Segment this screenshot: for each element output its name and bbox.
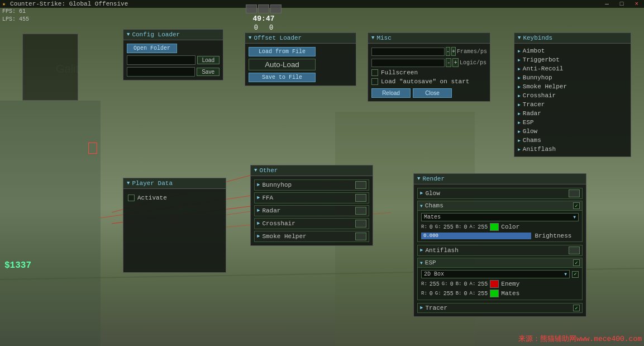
other-item-ffa[interactable]: ► FFA bbox=[254, 192, 369, 203]
keybind-item-tracer[interactable]: Tracer bbox=[518, 101, 627, 108]
render-glow-item[interactable]: ► Glow bbox=[417, 188, 583, 199]
keybind-item-chams[interactable]: Chams bbox=[518, 136, 627, 144]
esp-a2-label: A: bbox=[469, 291, 475, 296]
render-tracer-item[interactable]: ► Tracer bbox=[417, 303, 583, 313]
keybind-item-smokehelper[interactable]: Smoke Helper bbox=[518, 83, 627, 91]
keybind-item-aimbot[interactable]: Aimbot bbox=[518, 47, 627, 55]
fps-minus-button[interactable]: - bbox=[446, 47, 450, 56]
esp-r2-label: R: bbox=[421, 291, 427, 296]
close-window-button[interactable]: × bbox=[631, 1, 642, 7]
chams-a-label: A: bbox=[469, 224, 475, 230]
brightness-slider[interactable]: 0.000 bbox=[421, 233, 531, 239]
misc-header: Misc bbox=[368, 33, 490, 44]
fps-plus-button[interactable]: + bbox=[451, 47, 456, 56]
esp-enabled-checkbox[interactable] bbox=[573, 259, 580, 266]
antiflash-arrow-icon: ► bbox=[420, 248, 423, 253]
timer-icons bbox=[246, 4, 282, 13]
logic-input[interactable]: 1000 bbox=[371, 59, 445, 67]
esp-dropdown-row: 2D Box ▼ bbox=[421, 270, 579, 278]
logic-plus-button[interactable]: + bbox=[452, 58, 458, 67]
activate-checkbox[interactable] bbox=[128, 195, 135, 201]
esp-box-enabled-checkbox[interactable] bbox=[572, 271, 579, 278]
fps-input[interactable]: 120 bbox=[371, 48, 445, 56]
glow-label: Glow bbox=[425, 190, 566, 197]
keybind-item-bunnyhop[interactable]: Bunnyhop bbox=[518, 74, 627, 82]
esp-mates-color-swatch[interactable] bbox=[490, 290, 499, 297]
minimize-button[interactable]: — bbox=[602, 1, 612, 7]
minimap bbox=[22, 34, 78, 101]
keybind-item-anitflash[interactable]: Anitflash bbox=[518, 145, 627, 153]
fullscreen-checkbox[interactable] bbox=[371, 69, 378, 76]
misc-close-button[interactable]: Close bbox=[413, 88, 452, 98]
glow-arrow-icon: ► bbox=[420, 191, 423, 196]
config-save-row: Save bbox=[127, 67, 220, 77]
keybind-item-antirecoil[interactable]: Anti-Recoil bbox=[518, 65, 627, 73]
load-from-file-button[interactable]: Load from File bbox=[249, 47, 316, 56]
config-loader-body: Open Folder Load Save bbox=[123, 40, 223, 80]
activate-label: Activate bbox=[137, 195, 167, 201]
keybind-item-triggerbot[interactable]: Triggerbot bbox=[518, 56, 627, 64]
esp-section-body: 2D Box ▼ R: 255 G: 0 B: 0 A: 255 Enemy bbox=[418, 268, 582, 300]
other-body: ► Bunnyhop ► FFA ► Radar ► Crosshair ► S… bbox=[251, 176, 373, 245]
app-icon: ★ bbox=[2, 1, 6, 7]
keybind-item-esp[interactable]: ESP bbox=[518, 119, 627, 126]
keybind-item-radar[interactable]: Radar bbox=[518, 110, 627, 117]
esp-enemy-color-row: R: 255 G: 0 B: 0 A: 255 Enemy bbox=[421, 280, 579, 288]
chams-color-swatch[interactable] bbox=[490, 223, 499, 231]
glow-toggle-button[interactable] bbox=[569, 189, 580, 197]
keybinds-title: Keybinds bbox=[523, 35, 552, 41]
radar-toggle-button[interactable] bbox=[355, 207, 366, 215]
config-save-field[interactable] bbox=[127, 67, 195, 77]
reload-button[interactable]: Reload bbox=[371, 88, 411, 98]
autosave-checkbox[interactable] bbox=[371, 78, 378, 85]
crosshair-toggle-button[interactable] bbox=[355, 220, 366, 227]
config-loader-header: Config Loader bbox=[123, 30, 223, 40]
config-save-button[interactable]: Save bbox=[197, 68, 220, 76]
logic-minus-button[interactable]: - bbox=[446, 58, 451, 67]
scores-display: 0 0 bbox=[254, 24, 273, 32]
bunnyhop-toggle-button[interactable] bbox=[355, 181, 366, 189]
config-input-field[interactable] bbox=[127, 55, 195, 65]
smokehelper-toggle-button[interactable] bbox=[355, 233, 366, 240]
offset-loader-header: Offset Loader bbox=[245, 33, 356, 44]
other-panel: Other ► Bunnyhop ► FFA ► Radar ► Crossha… bbox=[250, 165, 373, 246]
chams-dropdown[interactable]: Mates ▼ bbox=[421, 213, 579, 221]
antiflash-toggle-button[interactable] bbox=[569, 247, 580, 254]
open-folder-button[interactable]: Open Folder bbox=[127, 44, 177, 53]
chams-r-label: R: bbox=[421, 224, 427, 230]
keybind-bunnyhop-label: Bunnyhop bbox=[523, 74, 552, 81]
save-to-file-button[interactable]: Save to File bbox=[249, 73, 316, 82]
maximize-button[interactable]: □ bbox=[617, 1, 627, 7]
ffa-toggle-button[interactable] bbox=[355, 194, 366, 202]
other-item-crosshair[interactable]: ► Crosshair bbox=[254, 218, 369, 229]
esp-r1-label: R: bbox=[421, 281, 427, 287]
keybind-radar-label: Radar bbox=[523, 110, 541, 117]
other-item-bunnyhop[interactable]: ► Bunnyhop bbox=[254, 179, 369, 191]
esp-r2-value: 0 bbox=[430, 291, 433, 297]
chams-section-header[interactable]: Chams bbox=[418, 201, 582, 211]
crosshair-label: Crosshair bbox=[262, 220, 353, 227]
chams-enabled-checkbox[interactable] bbox=[573, 202, 580, 209]
chams-r-value: 0 bbox=[430, 224, 433, 230]
chams-section-body: Mates ▼ R: 0 G: 255 B: 0 A: 255 Color bbox=[418, 211, 582, 241]
esp-enemy-color-swatch[interactable] bbox=[490, 280, 499, 288]
score-t: 0 bbox=[269, 24, 273, 32]
auto-load-button[interactable]: Auto-Load bbox=[249, 59, 316, 70]
radar-arrow-icon: ► bbox=[257, 208, 260, 214]
render-panel: Render ► Glow Chams Mates ▼ R: bbox=[413, 173, 586, 317]
other-item-radar[interactable]: ► Radar bbox=[254, 205, 369, 216]
config-load-button[interactable]: Load bbox=[197, 56, 220, 64]
esp-section-header[interactable]: ESP bbox=[418, 258, 582, 268]
chams-color-row: R: 0 G: 255 B: 0 A: 255 Color bbox=[421, 223, 579, 231]
keybind-item-glow[interactable]: Glow bbox=[518, 127, 627, 135]
esp-dropdown[interactable]: 2D Box ▼ bbox=[421, 270, 570, 278]
render-antiflash-item[interactable]: ► Antiflash bbox=[417, 245, 583, 256]
chams-section: Chams Mates ▼ R: 0 G: 255 B: 0 A: bbox=[417, 201, 583, 242]
tracer-enabled-checkbox[interactable] bbox=[573, 305, 580, 311]
keybind-item-crosshair[interactable]: Crosshair bbox=[518, 92, 627, 99]
esp-enemy-label: Enemy bbox=[501, 281, 519, 287]
config-input-row: Load bbox=[127, 55, 220, 65]
esp-g1-label: G: bbox=[442, 281, 448, 287]
esp-a1-label: A: bbox=[469, 281, 475, 287]
other-item-smokehelper[interactable]: ► Smoke Helper bbox=[254, 231, 369, 242]
